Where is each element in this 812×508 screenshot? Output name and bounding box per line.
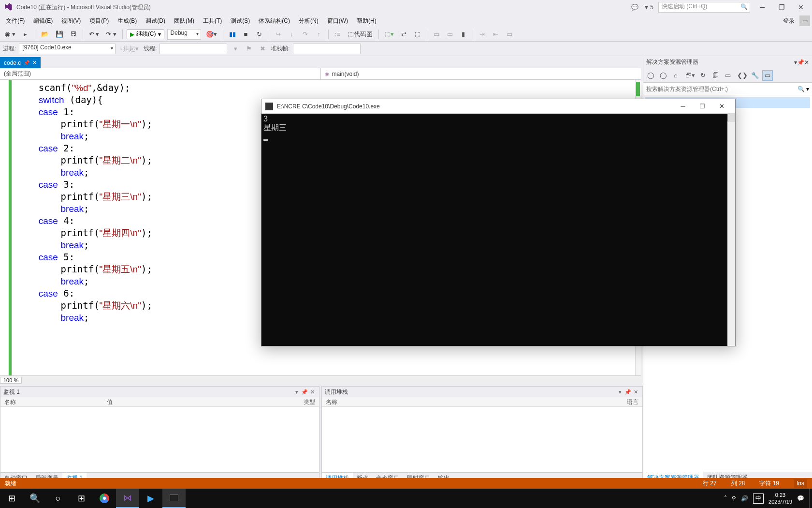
search-icon[interactable]: 🔍 ▾ — [798, 86, 809, 92]
configuration-dropdown[interactable]: Debug — [167, 29, 201, 40]
console-close-icon[interactable]: ✕ — [712, 100, 731, 113]
menu-edit[interactable]: 编辑(E) — [29, 15, 57, 27]
outdent-icon[interactable]: ⇤ — [491, 29, 501, 40]
notifications-flag[interactable]: ▼5 — [643, 4, 653, 11]
minimize-button[interactable]: ─ — [755, 1, 769, 13]
start-button[interactable]: ⊞ — [0, 489, 23, 508]
panel-close-icon[interactable]: ✕ — [632, 389, 639, 395]
panel-pin-icon[interactable]: 📌 — [301, 389, 308, 395]
menu-window[interactable]: 窗口(W) — [323, 15, 352, 27]
comment-icon[interactable]: ▭ — [431, 29, 442, 40]
zoom-level[interactable]: 100 % — [0, 377, 22, 384]
solution-search[interactable]: 🔍 ▾ — [643, 83, 812, 95]
feedback-icon[interactable]: 💬 — [631, 4, 638, 11]
indent-icon[interactable]: ⇥ — [477, 29, 488, 40]
step-out-icon[interactable]: ↑ — [314, 29, 324, 40]
watch-col-type[interactable]: 类型 — [300, 397, 319, 406]
stop-icon[interactable]: ■ — [241, 29, 251, 40]
console-maximize-icon[interactable]: ☐ — [693, 100, 712, 113]
watch-col-value[interactable]: 值 — [103, 397, 300, 406]
watch-col-name[interactable]: 名称 — [0, 397, 103, 406]
step-options-icon[interactable]: 🎯▾ — [204, 29, 219, 40]
panel-close-icon[interactable]: ✕ — [308, 389, 316, 395]
console-titlebar[interactable]: E:\NCRE C\Code10\Debug\Code10.exe ─ ☐ ✕ — [261, 99, 735, 114]
user-avatar-icon[interactable]: ▭ — [799, 15, 810, 26]
panel-pin-icon[interactable]: 📌 — [797, 59, 804, 66]
pause-icon[interactable]: ▮▮ — [227, 29, 238, 40]
tray-ime[interactable]: 中 — [753, 493, 764, 504]
thread-dropdown[interactable] — [160, 44, 227, 54]
menu-analyze[interactable]: 分析(N) — [295, 15, 322, 27]
menu-file[interactable]: 文件(F) — [2, 15, 29, 27]
taskbar-chrome[interactable] — [93, 489, 116, 508]
pin-icon[interactable]: 📌 — [24, 60, 29, 65]
tab-code-c[interactable]: code.c 📌 ✕ — [0, 57, 41, 68]
sol-code-icon[interactable]: ❮❯ — [737, 70, 748, 81]
taskbar-store[interactable]: ▶ — [139, 489, 162, 508]
console-scrollbar[interactable] — [727, 114, 735, 346]
open-file-icon[interactable]: 📂 — [39, 29, 51, 40]
show-next-statement-icon[interactable]: ↪ — [273, 29, 284, 40]
uncomment-icon[interactable]: ▭ — [445, 29, 455, 40]
panel-close-icon[interactable]: ✕ — [804, 59, 809, 66]
taskbar-console[interactable] — [162, 489, 186, 508]
undo-icon[interactable]: ↶ ▾ — [87, 29, 102, 40]
sol-forward-icon[interactable]: ◯ — [658, 70, 668, 81]
save-all-icon[interactable]: 🖫 — [68, 29, 79, 40]
maximize-button[interactable]: ❐ — [774, 1, 789, 13]
cortana-button[interactable]: ○ — [46, 489, 70, 508]
step-into-icon[interactable]: ↓ — [287, 29, 297, 40]
stackframe-dropdown[interactable] — [293, 44, 361, 54]
tray-wifi-icon[interactable]: ⚲ — [732, 495, 736, 502]
continue-button[interactable]: ▶继续(C) ▾ — [127, 30, 164, 39]
bookmark-icon[interactable]: ▮ — [458, 29, 469, 40]
sol-showall-icon[interactable]: ▭ — [723, 70, 733, 81]
menu-test[interactable]: 测试(S) — [227, 15, 254, 27]
panel-dropdown-icon[interactable]: ▾ — [616, 389, 624, 395]
menu-help[interactable]: 帮助(H) — [353, 15, 380, 27]
menu-build[interactable]: 生成(B) — [114, 15, 141, 27]
restart-icon[interactable]: ↻ — [254, 29, 265, 40]
sol-scope-icon[interactable]: 🗗▾ — [685, 70, 696, 81]
scope-dropdown[interactable]: (全局范围) — [0, 68, 321, 79]
callstack-col-lang[interactable]: 语言 — [623, 397, 642, 406]
menu-debug[interactable]: 调试(D) — [142, 15, 169, 27]
tray-volume-icon[interactable]: 🔊 — [741, 495, 748, 502]
taskview-button[interactable]: ⊞ — [70, 489, 93, 508]
tb-icon-1[interactable]: ⬚▾ — [383, 29, 396, 40]
format-icon[interactable]: ▭ — [504, 29, 515, 40]
sol-collapse-icon[interactable]: 🗐 — [710, 70, 721, 81]
flagged-icon[interactable]: ✖ — [257, 44, 268, 54]
tray-notifications-icon[interactable]: 💬 — [797, 495, 804, 502]
callstack-body[interactable] — [322, 407, 642, 472]
process-dropdown[interactable]: [9760] Code10.exe — [19, 44, 116, 54]
show-desktop-button[interactable] — [809, 489, 812, 508]
nav-forward-icon[interactable]: ▸ — [20, 29, 31, 40]
sign-in-link[interactable]: 登录 — [779, 15, 798, 27]
step-over-icon[interactable]: ↷ — [300, 29, 311, 40]
hex-display-icon[interactable]: :≡ — [333, 29, 343, 40]
tray-expand-icon[interactable]: ˄ — [724, 495, 727, 502]
console-minimize-icon[interactable]: ─ — [673, 100, 693, 113]
code-map-button[interactable]: ⬚ 代码图 — [346, 29, 375, 40]
tab-close-icon[interactable]: ✕ — [32, 60, 37, 66]
sol-preview-icon[interactable]: ▭ — [762, 70, 773, 81]
tray-clock[interactable]: 0:23 2023/7/19 — [768, 492, 792, 505]
menu-project[interactable]: 项目(P) — [86, 15, 113, 27]
sol-home-icon[interactable]: ⌂ — [670, 70, 681, 81]
tb-icon-3[interactable]: ⬚ — [412, 29, 423, 40]
suspend-button[interactable]: ▫ 挂起 ▾ — [118, 44, 141, 54]
menu-tools[interactable]: 工具(T) — [199, 15, 226, 27]
menu-view[interactable]: 视图(V) — [58, 15, 85, 27]
callstack-col-name[interactable]: 名称 — [322, 397, 623, 406]
panel-dropdown-icon[interactable]: ▾ — [293, 389, 301, 395]
close-button[interactable]: ✕ — [794, 1, 808, 13]
save-icon[interactable]: 💾 — [54, 29, 65, 40]
filter-threads-icon[interactable]: ▾ — [230, 44, 241, 54]
sol-back-icon[interactable]: ◯ — [645, 70, 656, 81]
taskbar-visual-studio[interactable]: ⋈ — [116, 489, 139, 508]
flag-icon[interactable]: ⚑ — [244, 44, 254, 54]
function-dropdown[interactable]: ◉main(void) — [321, 68, 641, 79]
quick-launch-input[interactable]: 快速启动 (Ctrl+Q) — [658, 2, 750, 13]
menu-architecture[interactable]: 体系结构(C) — [255, 15, 294, 27]
